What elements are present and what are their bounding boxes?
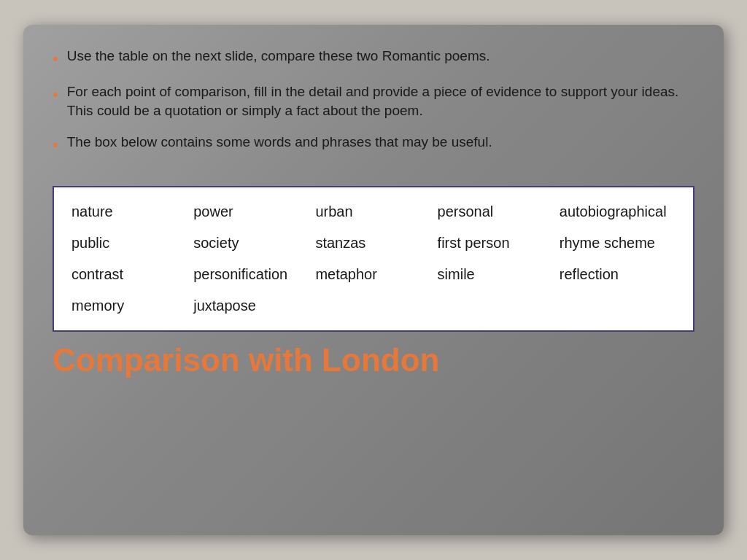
- word-memory: memory: [69, 293, 190, 319]
- word-first-person: first person: [435, 230, 557, 256]
- content-area: • Use the table on the next slide, compa…: [53, 47, 694, 521]
- word-box: nature power urban personal autobiograph…: [53, 186, 694, 332]
- bullet-text-2: For each point of comparison, fill in th…: [67, 82, 694, 121]
- word-contrast: contrast: [69, 262, 190, 287]
- bullet-dot-3: •: [53, 134, 58, 157]
- bullet-dot-1: •: [53, 48, 58, 71]
- word-reflection: reflection: [557, 262, 678, 287]
- bullet-dot-2: •: [53, 84, 58, 106]
- bullet-list: • Use the table on the next slide, compa…: [53, 47, 694, 168]
- word-society: society: [190, 230, 312, 256]
- word-urban: urban: [312, 199, 434, 225]
- word-metaphor: metaphor: [312, 262, 434, 287]
- slide: • Use the table on the next slide, compa…: [23, 25, 724, 535]
- word-juxtapose: juxtapose: [190, 293, 312, 319]
- word-empty-1: [312, 293, 434, 319]
- word-public: public: [69, 230, 190, 256]
- word-nature: nature: [69, 199, 190, 225]
- word-stanzas: stanzas: [312, 230, 434, 256]
- word-autobiographical: autobiographical: [557, 199, 678, 225]
- word-empty-2: [435, 293, 557, 319]
- word-personification: personification: [190, 262, 312, 287]
- bullet-item-1: • Use the table on the next slide, compa…: [53, 47, 694, 71]
- word-simile: simile: [435, 262, 557, 287]
- bullet-text-3: The box below contains some words and ph…: [67, 133, 492, 152]
- slide-title: Comparison with London: [53, 342, 694, 378]
- word-power: power: [190, 199, 312, 225]
- bullet-item-3: • The box below contains some words and …: [53, 133, 694, 157]
- word-empty-3: [557, 293, 678, 319]
- bullet-item-2: • For each point of comparison, fill in …: [53, 82, 694, 121]
- bullet-text-1: Use the table on the next slide, compare…: [67, 47, 490, 66]
- word-personal: personal: [435, 199, 557, 225]
- word-rhyme-scheme: rhyme scheme: [557, 230, 678, 256]
- word-grid: nature power urban personal autobiograph…: [69, 199, 678, 319]
